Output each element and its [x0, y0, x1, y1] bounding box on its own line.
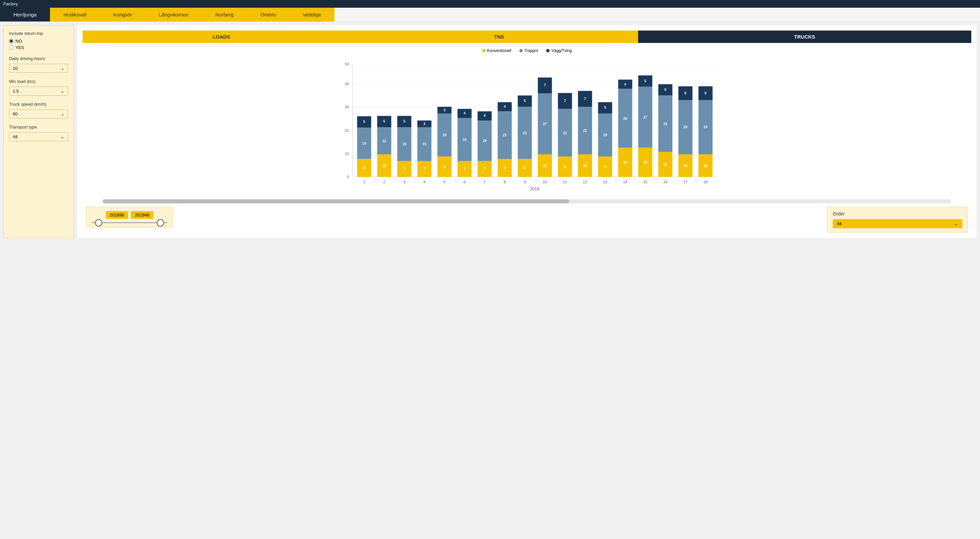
legend-label-trappor: Trappor: [524, 48, 538, 53]
tab-norberg[interactable]: Norberg: [202, 8, 247, 21]
svg-text:10: 10: [543, 180, 547, 184]
sidebar: Include return trip NO YES Daily driving…: [3, 25, 74, 238]
transport-type-select[interactable]: All ⌄: [9, 132, 68, 141]
svg-text:0: 0: [347, 175, 349, 179]
svg-text:5: 5: [363, 120, 365, 123]
svg-text:19: 19: [463, 137, 467, 142]
section-tabs: LOADS TNS TRUCKS: [83, 30, 971, 43]
svg-text:3: 3: [444, 108, 445, 112]
svg-text:9: 9: [564, 165, 566, 169]
daily-driving-select[interactable]: 10 ⌄: [9, 64, 68, 73]
svg-text:10: 10: [345, 152, 349, 156]
return-trip-yes-radio[interactable]: [9, 45, 13, 49]
tab-långviksmon[interactable]: Långviksmon: [145, 8, 202, 21]
svg-text:7: 7: [403, 167, 405, 171]
return-trip-no-label: NO: [16, 38, 22, 44]
svg-text:4: 4: [484, 114, 486, 118]
factory-tabs: Herrljunga Hudiksvall Kungsör Långviksmo…: [0, 8, 980, 22]
order-label: Order: [833, 211, 962, 217]
range-end-label[interactable]: 201948: [131, 211, 153, 219]
svg-text:27: 27: [543, 122, 547, 126]
svg-text:25: 25: [663, 122, 667, 126]
tab-hudiksvall[interactable]: Hudiksvall: [50, 8, 100, 21]
min-load-select[interactable]: 1.5 ⌄: [9, 86, 68, 96]
svg-text:40: 40: [345, 82, 349, 86]
order-select-chevron: ⌄: [955, 221, 958, 226]
min-load-chevron: ⌄: [61, 89, 64, 94]
svg-text:3: 3: [423, 122, 425, 126]
transport-type-value: All: [13, 134, 18, 139]
range-slider-track[interactable]: [92, 222, 167, 223]
svg-text:4: 4: [504, 104, 506, 108]
return-trip-no[interactable]: NO: [9, 38, 68, 44]
tab-herrljunga[interactable]: Herrljunga: [0, 8, 50, 21]
svg-text:5: 5: [444, 180, 445, 184]
svg-text:20: 20: [345, 129, 349, 132]
svg-text:6: 6: [705, 91, 706, 95]
section-tab-tns[interactable]: TNS: [360, 30, 638, 43]
svg-text:21: 21: [583, 129, 587, 132]
svg-text:10: 10: [543, 164, 547, 168]
daily-driving-value: 10: [13, 66, 18, 71]
app-title: Factory: [3, 2, 18, 6]
section-tab-loads[interactable]: LOADS: [83, 30, 360, 43]
range-thumb-left[interactable]: [95, 219, 102, 226]
svg-text:4: 4: [464, 111, 466, 115]
svg-text:8: 8: [363, 166, 365, 170]
svg-text:9: 9: [444, 165, 445, 169]
order-select[interactable]: All ⌄: [833, 219, 962, 228]
app-header: Factory: [0, 0, 980, 8]
tab-örebro[interactable]: Örebro: [247, 8, 290, 21]
svg-text:14: 14: [623, 180, 627, 184]
range-labels: 201896 201948: [106, 211, 154, 219]
chart-scrollbar[interactable]: [103, 199, 951, 203]
return-trip-label: Include return trip: [9, 31, 68, 36]
return-trip-yes[interactable]: YES: [9, 45, 68, 50]
truck-speed-select[interactable]: 60 ⌄: [9, 109, 68, 118]
main-content: Include return trip NO YES Daily driving…: [0, 22, 980, 241]
svg-text:7: 7: [423, 167, 425, 171]
daily-driving-label: Daily driving hours: [9, 56, 68, 61]
svg-text:5: 5: [524, 99, 526, 103]
legend-vagg-tving: Vägg/Tving: [546, 48, 572, 53]
svg-text:15: 15: [422, 142, 426, 146]
svg-text:18: 18: [703, 180, 708, 184]
svg-text:18: 18: [483, 139, 487, 143]
svg-text:2019: 2019: [530, 187, 539, 191]
svg-text:7: 7: [464, 167, 466, 171]
range-control: 201896 201948: [86, 207, 173, 228]
legend-label-vagg-tving: Vägg/Tving: [551, 48, 572, 53]
tab-veddige[interactable]: Veddige: [290, 8, 334, 21]
svg-text:21: 21: [563, 131, 567, 135]
return-trip-section: Include return trip NO YES: [9, 31, 68, 50]
range-thumb-right[interactable]: [157, 219, 164, 226]
svg-text:50: 50: [345, 62, 349, 66]
svg-text:17: 17: [683, 180, 688, 184]
svg-text:10: 10: [583, 164, 587, 168]
legend-konventionell: Konventionell: [482, 48, 511, 53]
svg-text:16: 16: [663, 180, 668, 184]
return-trip-no-radio[interactable]: [9, 39, 13, 43]
tab-kungsör[interactable]: Kungsör: [100, 8, 146, 21]
svg-text:7: 7: [484, 180, 485, 184]
svg-text:27: 27: [643, 115, 647, 119]
svg-text:10: 10: [382, 164, 386, 168]
svg-text:26: 26: [624, 116, 627, 121]
chart-area: LOADS TNS TRUCKS Konventionell Trappor V…: [77, 25, 977, 238]
daily-driving-section: Daily driving hours 10 ⌄: [9, 56, 68, 73]
svg-text:2: 2: [383, 180, 385, 184]
legend-label-konventionell: Konventionell: [487, 48, 511, 53]
truck-speed-section: Truck speed (km/h) 60 ⌄: [9, 102, 68, 118]
range-start-label[interactable]: 201896: [106, 211, 128, 219]
transport-type-section: Transport type All ⌄: [9, 124, 68, 141]
return-trip-yes-label: YES: [16, 45, 24, 50]
svg-text:24: 24: [703, 125, 708, 129]
section-tab-trucks[interactable]: TRUCKS: [638, 30, 971, 43]
svg-text:30: 30: [345, 105, 349, 109]
svg-text:5: 5: [604, 105, 606, 109]
order-control: Order All ⌄: [827, 207, 968, 233]
scrollbar-thumb[interactable]: [103, 199, 570, 203]
min-load-section: Min load (tns) 1.5 ⌄: [9, 79, 68, 96]
svg-text:21: 21: [503, 133, 507, 137]
svg-text:13: 13: [603, 180, 607, 184]
